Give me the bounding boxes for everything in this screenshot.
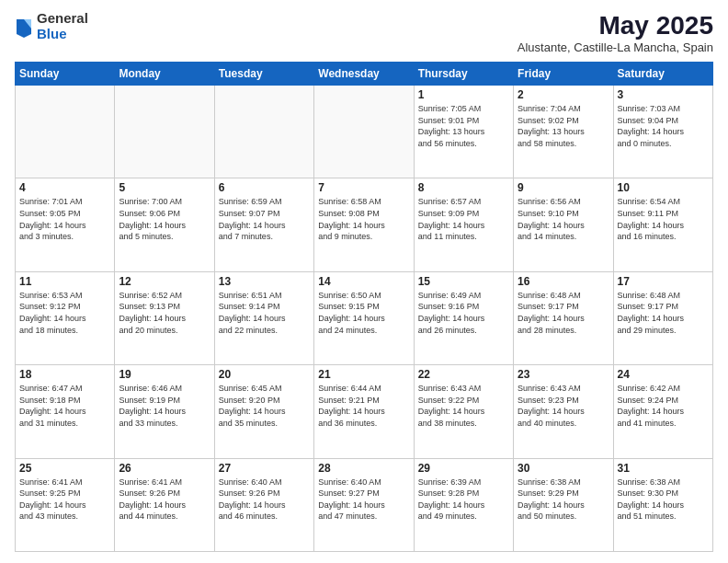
day-number: 21 (318, 368, 409, 381)
table-row: 19Sunrise: 6:46 AM Sunset: 9:19 PM Dayli… (115, 365, 214, 458)
day-number: 6 (219, 181, 310, 194)
day-number: 3 (618, 88, 709, 101)
page: General Blue May 2025 Alustante, Castill… (0, 0, 728, 563)
day-info: Sunrise: 6:58 AM Sunset: 9:08 PM Dayligh… (318, 196, 409, 242)
day-info: Sunrise: 6:47 AM Sunset: 9:18 PM Dayligh… (19, 383, 110, 429)
calendar-row-0: 1Sunrise: 7:05 AM Sunset: 9:01 PM Daylig… (16, 86, 713, 178)
logo-icon (15, 16, 33, 38)
header-sunday: Sunday (16, 63, 115, 86)
weekday-header-row: Sunday Monday Tuesday Wednesday Thursday… (16, 63, 713, 86)
table-row: 7Sunrise: 6:58 AM Sunset: 9:08 PM Daylig… (314, 178, 414, 271)
day-info: Sunrise: 6:53 AM Sunset: 9:12 PM Dayligh… (19, 290, 110, 336)
calendar-table: Sunday Monday Tuesday Wednesday Thursday… (15, 62, 713, 552)
day-info: Sunrise: 6:59 AM Sunset: 9:07 PM Dayligh… (219, 196, 310, 242)
table-row: 28Sunrise: 6:40 AM Sunset: 9:27 PM Dayli… (314, 458, 414, 551)
day-number: 24 (618, 368, 709, 381)
day-number: 10 (618, 181, 709, 194)
logo-general: General (37, 10, 88, 26)
day-number: 12 (119, 275, 210, 288)
table-row: 2Sunrise: 7:04 AM Sunset: 9:02 PM Daylig… (514, 86, 613, 178)
day-info: Sunrise: 6:38 AM Sunset: 9:29 PM Dayligh… (518, 477, 609, 523)
table-row: 29Sunrise: 6:39 AM Sunset: 9:28 PM Dayli… (414, 458, 513, 551)
day-info: Sunrise: 6:39 AM Sunset: 9:28 PM Dayligh… (418, 477, 509, 523)
day-number: 23 (518, 368, 609, 381)
day-number: 22 (418, 368, 509, 381)
day-number: 20 (219, 368, 310, 381)
header-friday: Friday (514, 63, 613, 86)
table-row (214, 86, 313, 178)
table-row: 26Sunrise: 6:41 AM Sunset: 9:26 PM Dayli… (115, 458, 214, 551)
day-number: 1 (418, 88, 509, 101)
day-number: 18 (19, 368, 110, 381)
calendar-row-2: 11Sunrise: 6:53 AM Sunset: 9:12 PM Dayli… (16, 271, 713, 364)
day-number: 26 (119, 462, 210, 475)
day-number: 7 (318, 181, 409, 194)
header: General Blue May 2025 Alustante, Castill… (15, 11, 713, 54)
day-info: Sunrise: 6:43 AM Sunset: 9:22 PM Dayligh… (418, 383, 509, 429)
table-row: 3Sunrise: 7:03 AM Sunset: 9:04 PM Daylig… (613, 86, 712, 178)
day-info: Sunrise: 6:51 AM Sunset: 9:14 PM Dayligh… (219, 290, 310, 336)
day-number: 5 (119, 181, 210, 194)
day-number: 31 (618, 462, 709, 475)
table-row: 14Sunrise: 6:50 AM Sunset: 9:15 PM Dayli… (314, 271, 414, 364)
day-number: 28 (318, 462, 409, 475)
logo-blue-text: Blue (37, 26, 67, 41)
table-row: 21Sunrise: 6:44 AM Sunset: 9:21 PM Dayli… (314, 365, 414, 458)
day-number: 16 (518, 275, 609, 288)
day-info: Sunrise: 6:54 AM Sunset: 9:11 PM Dayligh… (618, 196, 709, 242)
table-row: 22Sunrise: 6:43 AM Sunset: 9:22 PM Dayli… (414, 365, 513, 458)
day-info: Sunrise: 7:03 AM Sunset: 9:04 PM Dayligh… (618, 103, 709, 149)
table-row: 31Sunrise: 6:38 AM Sunset: 9:30 PM Dayli… (613, 458, 712, 551)
day-info: Sunrise: 6:44 AM Sunset: 9:21 PM Dayligh… (318, 383, 409, 429)
table-row: 18Sunrise: 6:47 AM Sunset: 9:18 PM Dayli… (16, 365, 115, 458)
day-number: 11 (19, 275, 110, 288)
day-info: Sunrise: 6:42 AM Sunset: 9:24 PM Dayligh… (618, 383, 709, 429)
header-thursday: Thursday (414, 63, 513, 86)
day-number: 19 (119, 368, 210, 381)
day-number: 8 (418, 181, 509, 194)
table-row (16, 86, 115, 178)
table-row (314, 86, 414, 178)
table-row: 16Sunrise: 6:48 AM Sunset: 9:17 PM Dayli… (514, 271, 613, 364)
logo: General Blue (15, 11, 88, 41)
day-info: Sunrise: 6:48 AM Sunset: 9:17 PM Dayligh… (618, 290, 709, 336)
header-tuesday: Tuesday (214, 63, 313, 86)
calendar-row-1: 4Sunrise: 7:01 AM Sunset: 9:05 PM Daylig… (16, 178, 713, 271)
day-info: Sunrise: 6:45 AM Sunset: 9:20 PM Dayligh… (219, 383, 310, 429)
day-info: Sunrise: 6:56 AM Sunset: 9:10 PM Dayligh… (518, 196, 609, 242)
table-row: 24Sunrise: 6:42 AM Sunset: 9:24 PM Dayli… (613, 365, 712, 458)
table-row: 23Sunrise: 6:43 AM Sunset: 9:23 PM Dayli… (514, 365, 613, 458)
table-row: 12Sunrise: 6:52 AM Sunset: 9:13 PM Dayli… (115, 271, 214, 364)
calendar-row-4: 25Sunrise: 6:41 AM Sunset: 9:25 PM Dayli… (16, 458, 713, 551)
day-info: Sunrise: 7:04 AM Sunset: 9:02 PM Dayligh… (518, 103, 609, 149)
day-info: Sunrise: 6:49 AM Sunset: 9:16 PM Dayligh… (418, 290, 509, 336)
day-number: 15 (418, 275, 509, 288)
table-row: 15Sunrise: 6:49 AM Sunset: 9:16 PM Dayli… (414, 271, 513, 364)
day-number: 29 (418, 462, 509, 475)
day-number: 4 (19, 181, 110, 194)
month-title: May 2025 (518, 11, 713, 40)
table-row: 1Sunrise: 7:05 AM Sunset: 9:01 PM Daylig… (414, 86, 513, 178)
table-row: 17Sunrise: 6:48 AM Sunset: 9:17 PM Dayli… (613, 271, 712, 364)
day-info: Sunrise: 7:00 AM Sunset: 9:06 PM Dayligh… (119, 196, 210, 242)
location-subtitle: Alustante, Castille-La Mancha, Spain (518, 40, 713, 54)
day-info: Sunrise: 6:43 AM Sunset: 9:23 PM Dayligh… (518, 383, 609, 429)
day-number: 25 (19, 462, 110, 475)
day-number: 2 (518, 88, 609, 101)
title-block: May 2025 Alustante, Castille-La Mancha, … (518, 11, 713, 54)
logo-text: General Blue (37, 11, 88, 41)
table-row: 6Sunrise: 6:59 AM Sunset: 9:07 PM Daylig… (214, 178, 313, 271)
table-row: 8Sunrise: 6:57 AM Sunset: 9:09 PM Daylig… (414, 178, 513, 271)
table-row: 13Sunrise: 6:51 AM Sunset: 9:14 PM Dayli… (214, 271, 313, 364)
day-number: 17 (618, 275, 709, 288)
day-info: Sunrise: 7:01 AM Sunset: 9:05 PM Dayligh… (19, 196, 110, 242)
day-info: Sunrise: 6:48 AM Sunset: 9:17 PM Dayligh… (518, 290, 609, 336)
table-row: 9Sunrise: 6:56 AM Sunset: 9:10 PM Daylig… (514, 178, 613, 271)
calendar-row-3: 18Sunrise: 6:47 AM Sunset: 9:18 PM Dayli… (16, 365, 713, 458)
table-row: 30Sunrise: 6:38 AM Sunset: 9:29 PM Dayli… (514, 458, 613, 551)
day-info: Sunrise: 7:05 AM Sunset: 9:01 PM Dayligh… (418, 103, 509, 149)
day-info: Sunrise: 6:40 AM Sunset: 9:27 PM Dayligh… (318, 477, 409, 523)
header-saturday: Saturday (613, 63, 712, 86)
day-info: Sunrise: 6:57 AM Sunset: 9:09 PM Dayligh… (418, 196, 509, 242)
table-row: 5Sunrise: 7:00 AM Sunset: 9:06 PM Daylig… (115, 178, 214, 271)
